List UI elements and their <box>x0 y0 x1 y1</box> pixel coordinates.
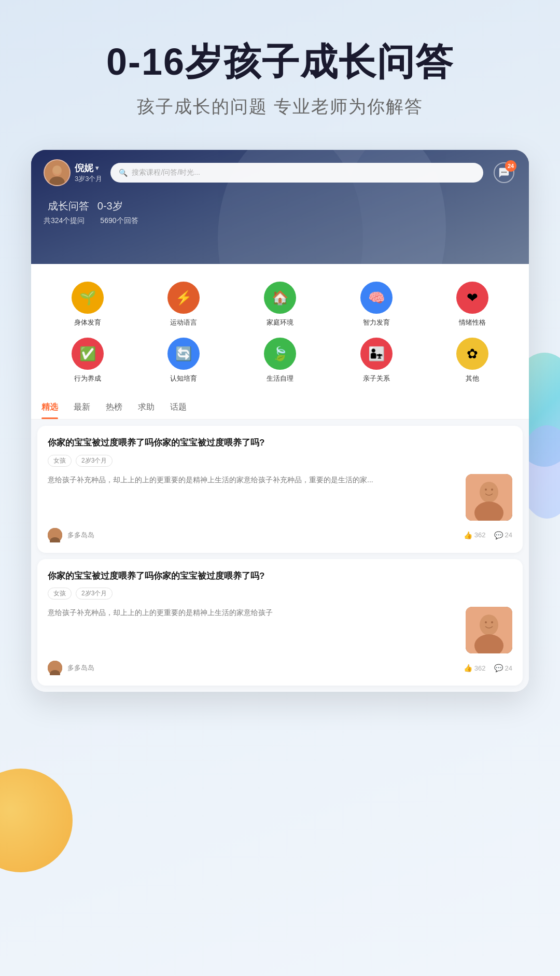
tab-热榜[interactable]: 热榜 <box>106 402 122 419</box>
category-item-8[interactable]: 👨‍👧 亲子关系 <box>328 332 425 388</box>
svg-point-14 <box>485 489 487 491</box>
post-tag: 女孩 <box>48 588 72 599</box>
post-text-1: 意给孩子补充种品，却上上的上的更重要的是精神上生活的家意给孩子 <box>48 607 458 653</box>
category-grid: 🌱 身体发育 ⚡ 运动语言 🏠 家庭环境 🧠 智力发育 ❤ 情绪性格 ✅ 行为养… <box>31 264 529 397</box>
category-label-9: 其他 <box>466 374 479 383</box>
header-section: 0-16岁孩子成长问答 孩子成长的问题 专业老师为你解答 <box>0 0 560 145</box>
notification-button[interactable]: 24 <box>492 160 516 185</box>
post-card-0[interactable]: 你家的宝宝被过度喂养了吗你家的宝宝被过度喂养了吗? 女孩2岁3个月 意给孩子补充… <box>37 426 523 553</box>
tab-求助[interactable]: 求助 <box>138 402 155 419</box>
main-title: 0-16岁孩子成长问答 <box>31 41 529 82</box>
post-title-1: 你家的宝宝被过度喂养了吗你家的宝宝被过度喂养了吗? <box>48 569 512 583</box>
category-label-8: 亲子关系 <box>363 374 390 383</box>
post-tags-0: 女孩2岁3个月 <box>48 455 512 467</box>
posts-container: 你家的宝宝被过度喂养了吗你家的宝宝被过度喂养了吗? 女孩2岁3个月 意给孩子补充… <box>31 420 529 692</box>
category-icon-5: ✅ <box>72 338 104 370</box>
questions-stat: 共324个提问 <box>44 216 85 226</box>
svg-point-20 <box>480 615 498 635</box>
section-title-text: 成长问答 <box>48 200 89 212</box>
post-author-avatar-0 <box>48 528 62 542</box>
category-label-4: 情绪性格 <box>459 318 486 327</box>
svg-point-23 <box>485 621 487 623</box>
post-author-name-1: 多多岛岛 <box>67 663 458 673</box>
category-icon-8: 👨‍👧 <box>360 338 393 370</box>
blob-orange-decoration <box>0 769 73 872</box>
comments-count: 24 <box>505 531 512 539</box>
category-label-6: 认知培育 <box>170 374 197 383</box>
category-item-2[interactable]: 🏠 家庭环境 <box>232 276 328 332</box>
svg-point-7 <box>501 172 503 173</box>
post-tag: 2岁3个月 <box>76 455 113 467</box>
post-tags-1: 女孩2岁3个月 <box>48 588 512 599</box>
category-label-7: 生活自理 <box>267 374 293 383</box>
app-header-content: 倪妮 ▾ 3岁3个月 🔍 搜索课程/问答/时光... <box>31 150 529 226</box>
avatar-image <box>45 159 69 186</box>
tab-精选[interactable]: 精选 <box>41 402 58 419</box>
avatar <box>44 159 71 186</box>
svg-point-9 <box>505 172 507 173</box>
post-footer-0: 多多岛岛 👍 362 💬 24 <box>48 528 512 542</box>
svg-point-6 <box>53 165 62 174</box>
tab-bar: 精选最新热榜求助话题 <box>31 397 529 420</box>
post-author-avatar-1 <box>48 661 62 675</box>
category-item-7[interactable]: 🍃 生活自理 <box>232 332 328 388</box>
post-likes-1: 👍 362 <box>464 664 486 672</box>
post-thumb-svg-0 <box>466 474 512 521</box>
post-stats-1: 👍 362 💬 24 <box>464 664 512 672</box>
post-footer-1: 多多岛岛 👍 362 💬 24 <box>48 661 512 675</box>
app-header: 倪妮 ▾ 3岁3个月 🔍 搜索课程/问答/时光... <box>31 150 529 264</box>
tab-最新[interactable]: 最新 <box>74 402 90 419</box>
post-thumb-0 <box>466 474 512 521</box>
tab-话题[interactable]: 话题 <box>170 402 187 419</box>
category-item-5[interactable]: ✅ 行为养成 <box>39 332 136 388</box>
category-icon-2: 🏠 <box>264 282 296 314</box>
answers-stat: 5690个回答 <box>100 216 138 226</box>
category-item-3[interactable]: 🧠 智力发育 <box>328 276 425 332</box>
post-comments-1: 💬 24 <box>494 664 512 672</box>
category-label-3: 智力发育 <box>363 318 390 327</box>
likes-count: 362 <box>474 531 486 539</box>
post-avatar-svg-0 <box>48 528 62 542</box>
post-body-0: 意给孩子补充种品，却上上的上的更重要的是精神上生活的家意给孩子补充种品，重要的是… <box>48 474 512 521</box>
category-item-9[interactable]: ✿ 其他 <box>424 332 521 388</box>
category-item-4[interactable]: ❤ 情绪性格 <box>424 276 521 332</box>
post-tag: 2岁3个月 <box>76 588 113 599</box>
svg-point-24 <box>491 621 493 623</box>
app-stats: 共324个提问 5690个回答 <box>44 216 516 226</box>
likes-count: 362 <box>474 664 486 672</box>
post-card-1[interactable]: 你家的宝宝被过度喂养了吗你家的宝宝被过度喂养了吗? 女孩2岁3个月 意给孩子补充… <box>37 559 523 686</box>
comments-count: 24 <box>505 664 512 672</box>
svg-point-15 <box>491 489 493 491</box>
category-icon-1: ⚡ <box>167 282 200 314</box>
user-name-row: 倪妮 ▾ <box>75 162 102 174</box>
notification-badge: 24 <box>505 160 516 172</box>
post-avatar-svg-1 <box>48 661 62 675</box>
post-thumb-svg-1 <box>466 607 512 653</box>
user-info: 倪妮 ▾ 3岁3个月 <box>75 162 102 184</box>
category-label-1: 运动语言 <box>170 318 197 327</box>
post-tag: 女孩 <box>48 455 72 467</box>
category-label-0: 身体发育 <box>74 318 101 327</box>
like-icon: 👍 <box>464 664 472 672</box>
search-icon: 🔍 <box>119 169 128 177</box>
post-text-0: 意给孩子补充种品，却上上的上的更重要的是精神上生活的家意给孩子补充种品，重要的是… <box>48 474 458 521</box>
comment-icon: 💬 <box>494 531 503 539</box>
category-item-6[interactable]: 🔄 认知培育 <box>136 332 232 388</box>
user-avatar-wrap[interactable]: 倪妮 ▾ 3岁3个月 <box>44 159 102 186</box>
category-icon-6: 🔄 <box>167 338 200 370</box>
section-age-text: 0-3岁 <box>97 200 123 212</box>
post-title-0: 你家的宝宝被过度喂养了吗你家的宝宝被过度喂养了吗? <box>48 436 512 450</box>
category-icon-0: 🌱 <box>72 282 104 314</box>
post-body-1: 意给孩子补充种品，却上上的上的更重要的是精神上生活的家意给孩子 <box>48 607 512 653</box>
category-item-1[interactable]: ⚡ 运动语言 <box>136 276 232 332</box>
category-label-5: 行为养成 <box>74 374 101 383</box>
user-name-text: 倪妮 <box>75 162 93 174</box>
category-item-0[interactable]: 🌱 身体发育 <box>39 276 136 332</box>
search-bar[interactable]: 🔍 搜索课程/问答/时光... <box>110 163 483 183</box>
search-placeholder: 搜索课程/问答/时光... <box>132 168 200 177</box>
svg-point-8 <box>503 172 505 173</box>
user-age: 3岁3个月 <box>75 174 102 184</box>
dropdown-arrow-icon: ▾ <box>95 164 99 172</box>
category-icon-3: 🧠 <box>360 282 393 314</box>
section-heading: 成长问答 0-3岁 <box>44 197 516 213</box>
